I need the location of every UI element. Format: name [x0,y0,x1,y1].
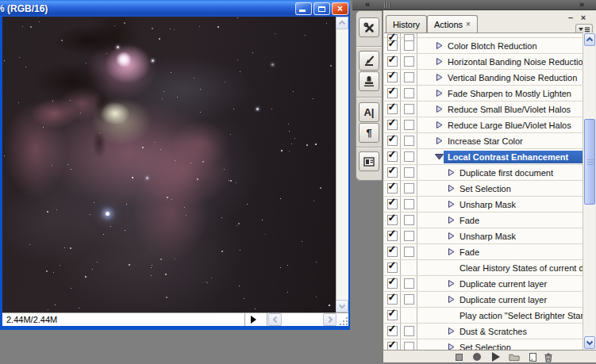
include-checkbox[interactable]: ✓ [387,278,398,289]
action-label[interactable]: Set Selection [456,341,583,351]
action-label[interactable]: Color Blotch Reduction [444,40,583,52]
record-button[interactable] [471,352,483,362]
action-row[interactable]: ✓Duplicate first document [384,165,583,181]
dialog-toggle-checkbox[interactable] [404,199,414,209]
dock-grip[interactable] [384,2,390,8]
action-row[interactable]: ✓Local Contrast Enhancement [384,149,583,165]
layer-comps-panel-button[interactable] [359,151,379,171]
dialog-toggle-checkbox[interactable] [404,231,414,241]
action-row[interactable]: ✓Unsharp Mask [384,197,583,213]
expand-triangle-icon[interactable] [447,278,456,289]
include-checkbox[interactable]: ✓ [387,294,398,305]
window-titlebar[interactable]: % (RGB/16) × [0,0,350,17]
expand-triangle-icon[interactable] [435,136,444,146]
action-row[interactable]: ✓Clear History States of current d... [384,260,583,276]
expand-triangle-icon[interactable] [435,88,444,98]
action-label[interactable]: Fade [456,214,583,227]
action-label[interactable]: Unsharp Mask [456,198,583,211]
action-label[interactable]: Fade Sharpen to Mostly Lighten [444,87,583,100]
include-checkbox[interactable]: ✓ [387,151,398,162]
action-label[interactable]: Set Selection [456,182,583,195]
include-checkbox[interactable]: ✓ [387,72,398,82]
minimize-button[interactable] [295,2,312,15]
include-checkbox[interactable]: ✓ [387,136,398,146]
dialog-toggle-checkbox[interactable] [404,104,414,114]
scroll-left-button[interactable] [268,313,282,326]
close-button[interactable]: × [332,2,348,15]
include-checkbox[interactable]: ✓ [387,326,398,336]
action-row[interactable]: ✓Dust & Scratches [384,324,583,339]
action-label[interactable]: Duplicate current layer [456,278,583,290]
include-checkbox[interactable]: ✓ [387,342,398,350]
dialog-toggle-checkbox[interactable] [404,278,414,289]
action-row[interactable]: ✓Fade Sharpen to Mostly Lighten [384,86,583,102]
dialog-toggle-checkbox[interactable] [404,294,414,305]
dialog-toggle-checkbox[interactable] [404,136,414,146]
action-label[interactable]: Vertical Banding Noise Reduction [444,71,583,84]
action-row[interactable]: ✓Fade [384,213,583,228]
dialog-toggle-checkbox[interactable] [404,183,414,193]
scroll-down-button[interactable] [336,300,348,312]
expand-triangle-icon[interactable] [447,342,456,350]
action-row[interactable]: ✓Reduce Large Blue/Violet Halos [384,117,583,133]
action-label[interactable]: Duplicate current layer [456,293,583,306]
action-row[interactable]: ✓Set Selection [384,181,583,197]
action-row[interactable]: ✓Duplicate current layer [384,276,583,292]
action-label[interactable]: Horizontal Banding Noise Reduction [444,56,583,68]
expand-triangle-icon[interactable] [435,56,444,67]
expand-triangle-icon[interactable] [447,326,456,336]
dialog-toggle-checkbox[interactable] [404,151,414,162]
scroll-up-button[interactable] [584,33,595,46]
action-label[interactable]: Dust & Scratches [456,325,583,338]
expand-triangle-icon[interactable] [435,104,444,114]
include-checkbox[interactable]: ✓ [387,167,398,178]
dialog-toggle-checkbox[interactable] [404,72,414,82]
expand-triangle-icon[interactable] [447,167,456,178]
brushes-panel-button[interactable] [359,51,379,71]
panel-minimize-button[interactable]: – [566,13,575,22]
include-checkbox[interactable]: ✓ [387,310,398,320]
scroll-down-button[interactable] [584,336,595,349]
character-panel-button[interactable]: A| [359,102,379,122]
include-checkbox[interactable]: ✓ [387,88,398,98]
include-checkbox[interactable]: ✓ [387,120,398,130]
expand-triangle-icon[interactable] [447,199,456,209]
action-row[interactable]: ✓Duplicate current layer [384,292,583,308]
canvas-vertical-scrollbar[interactable] [336,17,348,312]
dialog-toggle-checkbox[interactable] [404,215,414,225]
expand-triangle-icon[interactable] [447,231,456,241]
delete-button[interactable] [543,352,554,362]
dialog-toggle-checkbox[interactable] [404,167,414,178]
action-row[interactable]: ✓Reduce Small Blue/Violet Halos [384,102,583,117]
collapse-dock-chevrons[interactable]: « [365,0,369,10]
dialog-toggle-checkbox[interactable] [404,40,414,51]
action-row[interactable]: ✓Horizontal Banding Noise Reduction [384,54,583,70]
play-button[interactable] [490,352,502,362]
include-checkbox[interactable]: ✓ [387,231,398,241]
action-row[interactable]: ✓Unsharp Mask [384,228,583,244]
include-checkbox[interactable]: ✓ [387,104,398,114]
expand-triangle-icon[interactable] [447,294,456,305]
action-label[interactable]: Duplicate first document [456,167,583,179]
include-checkbox[interactable]: ✓ [387,183,398,193]
image-canvas[interactable] [2,17,336,312]
action-row[interactable]: ✓Set Selection [384,339,583,350]
dialog-toggle-checkbox[interactable] [404,247,414,257]
expand-triangle-icon[interactable] [447,247,456,257]
action-label[interactable]: Play action "Select Brighter Stars... [456,309,583,322]
tab-actions[interactable]: Actions × [427,15,478,33]
expand-triangle-icon[interactable] [435,120,444,130]
include-checkbox[interactable]: ✓ [387,262,398,273]
action-label[interactable]: Clear History States of current d... [456,262,583,274]
tab-history[interactable]: History [386,15,427,33]
dialog-toggle-checkbox[interactable] [404,326,414,336]
action-row[interactable]: ✓Fade [384,244,583,260]
action-row[interactable]: ✓Vertical Banding Noise Reduction [384,70,583,86]
expand-triangle-icon[interactable] [435,40,444,51]
expand-triangle-icon[interactable] [447,215,456,225]
action-label[interactable]: Reduce Small Blue/Violet Halos [444,103,583,116]
maximize-button[interactable] [313,2,330,15]
collapse-triangle-icon[interactable] [435,151,444,162]
action-label[interactable]: Local Contrast Enhancement [444,151,583,163]
panel-close-button[interactable]: × [579,13,588,22]
